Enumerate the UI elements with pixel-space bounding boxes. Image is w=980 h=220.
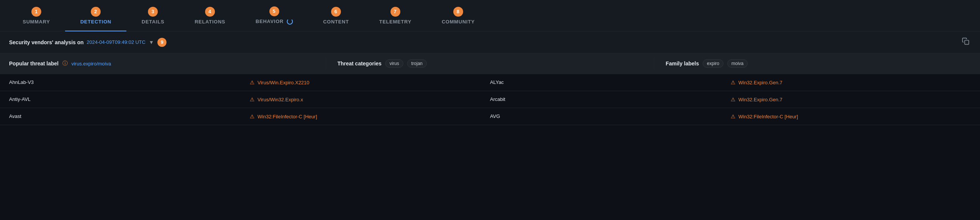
- tag-expiro: expiro: [703, 59, 724, 68]
- detection-row: Antiy-AVL ⚠ Virus/Win32.Expiro.x Arcabit…: [0, 91, 980, 108]
- tab-badge-behavior: 5: [269, 6, 279, 16]
- tab-content[interactable]: 6CONTENT: [308, 0, 364, 32]
- tab-detection[interactable]: 2DETECTION: [65, 0, 126, 32]
- right-detection: ⚠ Win32.Expiro.Gen.7: [731, 97, 971, 103]
- copy-button[interactable]: [960, 36, 971, 48]
- left-vendor: Avast: [9, 113, 250, 119]
- threat-warning-icon: ⚠: [250, 113, 255, 119]
- detection-table: AhnLab-V3 ⚠ Virus/Win.Expiro.X2210 ALYac…: [0, 74, 980, 125]
- tab-label-detection: DETECTION: [80, 19, 111, 25]
- left-detection: ⚠ Win32:FileInfector-C [Heur]: [250, 113, 490, 119]
- divider-1: [326, 58, 326, 69]
- threat-warning-icon: ⚠: [731, 79, 735, 85]
- threat-warning-icon: ⚠: [250, 97, 255, 103]
- right-threat-name[interactable]: Win32.Expiro.Gen.7: [738, 80, 783, 85]
- left-detection: ⚠ Virus/Win32.Expiro.x: [250, 97, 490, 103]
- tab-badge-community: 8: [453, 7, 463, 17]
- info-icon[interactable]: ⓘ: [62, 60, 68, 67]
- threat-warning-icon: ⚠: [731, 113, 735, 119]
- left-threat-name[interactable]: Virus/Win32.Expiro.x: [258, 97, 303, 103]
- analysis-badge: 9: [158, 38, 167, 47]
- family-labels-label: Family labels: [665, 60, 699, 66]
- right-detection: ⚠ Win32:FileInfector-C [Heur]: [731, 113, 971, 119]
- svg-rect-0: [965, 40, 969, 44]
- tab-badge-telemetry: 7: [390, 7, 400, 17]
- tab-badge-summary: 1: [32, 7, 41, 17]
- tab-label-summary: SUMMARY: [23, 19, 50, 25]
- tab-behavior[interactable]: 5BEHAVIOR: [241, 0, 308, 32]
- info-row: Popular threat label ⓘ virus.expiro/moiv…: [0, 53, 980, 74]
- analysis-date: 2024-04-09T09:49:02 UTC: [87, 39, 145, 45]
- date-dropdown-button[interactable]: ▾: [148, 38, 154, 46]
- threat-categories-label: Threat categories: [337, 60, 382, 66]
- right-vendor: ALYac: [490, 79, 731, 85]
- tab-label-relations: RELATIONS: [194, 19, 225, 25]
- threat-warning-icon: ⚠: [731, 97, 735, 103]
- popular-threat-section: Popular threat label ⓘ virus.expiro/moiv…: [9, 60, 315, 67]
- tab-details[interactable]: 3DETAILS: [126, 0, 179, 32]
- tab-label-details: DETAILS: [142, 19, 164, 25]
- tag-trojan: trojan: [407, 59, 427, 68]
- tab-badge-relations: 4: [205, 7, 215, 17]
- tag-moiva: moiva: [727, 59, 748, 68]
- tag-virus: virus: [385, 59, 403, 68]
- right-detection: ⚠ Win32.Expiro.Gen.7: [731, 79, 971, 85]
- tab-label-content: CONTENT: [323, 19, 349, 25]
- behavior-spinner: [287, 19, 293, 25]
- family-labels-section: Family labels expiro moiva: [665, 59, 971, 68]
- analysis-header-left: Security vendors' analysis on 2024-04-09…: [9, 38, 167, 47]
- tab-telemetry[interactable]: 7TELEMETRY: [364, 0, 426, 32]
- analysis-header: Security vendors' analysis on 2024-04-09…: [0, 32, 980, 53]
- threat-warning-icon: ⚠: [250, 79, 255, 85]
- analysis-title: Security vendors' analysis on: [9, 39, 84, 45]
- tab-label-telemetry: TELEMETRY: [379, 19, 411, 25]
- tab-label-behavior: BEHAVIOR: [256, 19, 293, 25]
- right-vendor: AVG: [490, 113, 731, 119]
- right-threat-name[interactable]: Win32:FileInfector-C [Heur]: [738, 114, 799, 119]
- tab-relations[interactable]: 4RELATIONS: [179, 0, 240, 32]
- left-vendor: AhnLab-V3: [9, 79, 250, 85]
- right-threat-name[interactable]: Win32.Expiro.Gen.7: [738, 97, 783, 103]
- left-threat-name[interactable]: Virus/Win.Expiro.X2210: [258, 80, 310, 85]
- left-detection: ⚠ Virus/Win.Expiro.X2210: [250, 79, 490, 85]
- tab-summary[interactable]: 1SUMMARY: [8, 0, 65, 32]
- threat-link[interactable]: virus.expiro/moiva: [72, 61, 111, 66]
- tab-badge-detection: 2: [91, 7, 101, 17]
- tab-badge-details: 3: [148, 7, 158, 17]
- divider-2: [654, 58, 654, 69]
- tab-label-community: COMMUNITY: [442, 19, 474, 25]
- detection-row: AhnLab-V3 ⚠ Virus/Win.Expiro.X2210 ALYac…: [0, 74, 980, 91]
- tab-badge-content: 6: [331, 7, 341, 17]
- detection-row: Avast ⚠ Win32:FileInfector-C [Heur] AVG …: [0, 108, 980, 125]
- left-threat-name[interactable]: Win32:FileInfector-C [Heur]: [258, 114, 317, 119]
- tab-bar: 1SUMMARY2DETECTION3DETAILS4RELATIONS5BEH…: [0, 0, 980, 32]
- threat-categories-section: Threat categories virus trojan: [337, 59, 643, 68]
- tab-community[interactable]: 8COMMUNITY: [426, 0, 490, 32]
- left-vendor: Antiy-AVL: [9, 97, 250, 103]
- popular-label: Popular threat label: [9, 60, 59, 66]
- right-vendor: Arcabit: [490, 97, 731, 103]
